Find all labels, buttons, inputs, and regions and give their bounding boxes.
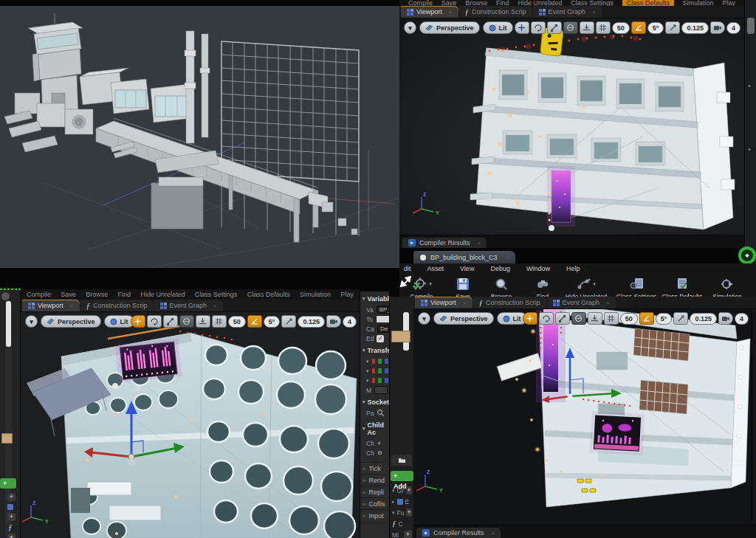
category-collision[interactable]: ▹Collis — [360, 497, 389, 509]
lit-mode-button[interactable]: Lit — [483, 21, 513, 34]
surface-snap-button[interactable] — [580, 21, 594, 34]
tab-event-graph[interactable]: Event Graph × — [154, 300, 223, 311]
viewport-options-button[interactable]: ▾ — [25, 315, 38, 328]
details-section-child-actor[interactable]: ▾Child Ac — [360, 418, 389, 438]
menu-item-help[interactable]: Help — [566, 265, 580, 272]
grid-snap-value[interactable]: 50 — [620, 313, 638, 325]
coordinate-space-button[interactable] — [563, 21, 578, 34]
close-icon[interactable]: × — [478, 240, 481, 246]
asset-document-tab[interactable]: BP_building_block_C3 × — [413, 251, 515, 263]
close-icon[interactable]: × — [213, 303, 217, 309]
scale-snap-value[interactable]: 0.125 — [690, 313, 717, 325]
category-field[interactable]: De — [377, 325, 389, 333]
variable-name-field[interactable]: BP_ — [377, 306, 389, 314]
scale-snap-button[interactable] — [673, 312, 688, 325]
translate-tool-button[interactable] — [523, 312, 537, 325]
class-settings-label[interactable]: Class Settings — [195, 290, 238, 299]
category-input[interactable]: ▹Input — [360, 509, 389, 521]
event-graph-item[interactable]: ▸E — [391, 497, 413, 506]
details-section-variable[interactable]: ▾Variable — [360, 292, 389, 305]
tab-viewport[interactable]: Viewport × — [401, 6, 458, 18]
rotation-snap-value[interactable]: 5° — [647, 22, 664, 34]
hide-unrelated-label[interactable]: Hide Unrelated — [518, 0, 562, 6]
menu-item-asset[interactable]: Asset — [427, 265, 444, 272]
greybox-viewport[interactable] — [0, 6, 399, 268]
search-icon[interactable] — [377, 409, 385, 417]
compiler-results-tab[interactable]: ▸ Compiler Results × — [402, 238, 487, 248]
grid-snap-value[interactable]: 50 — [228, 316, 246, 328]
add-function-button[interactable]: + — [406, 508, 412, 517]
close-icon[interactable]: × — [606, 300, 610, 306]
viewport-3d-bottom-left[interactable]: Z Y ▾ Perspective Lit — [21, 312, 360, 538]
rotate-tool-button[interactable] — [531, 21, 546, 34]
browse-label[interactable]: Browse — [86, 290, 108, 299]
category-rendering[interactable]: ▹Rend — [360, 474, 389, 486]
scrollbar-thumb[interactable] — [747, 18, 755, 34]
category-tick[interactable]: ▹Tick — [360, 462, 389, 474]
perspective-button[interactable]: Perspective — [433, 312, 494, 325]
menu-item-edit[interactable]: dit — [404, 265, 411, 272]
simulation-label[interactable]: Simulation — [300, 290, 331, 299]
rotation-snap-button[interactable] — [631, 21, 646, 34]
minus-circle-icon[interactable]: ⊖ — [377, 449, 382, 456]
scale-snap-button[interactable] — [665, 21, 680, 34]
splitter-arrow-icon[interactable]: ◂ — [748, 146, 750, 151]
rotation-snap-value[interactable]: 5° — [656, 313, 673, 325]
close-icon[interactable]: × — [592, 9, 596, 15]
close-icon[interactable]: × — [506, 254, 509, 261]
plus-icon[interactable]: + — [377, 440, 381, 447]
close-icon[interactable]: × — [70, 303, 74, 309]
transform-location-row[interactable]: ▾ — [360, 356, 389, 366]
add-graph-button[interactable]: + — [406, 486, 412, 494]
scale-tool-button[interactable] — [163, 315, 178, 328]
find-label[interactable]: Find — [118, 290, 131, 299]
rotate-tool-button[interactable] — [539, 312, 554, 325]
lit-mode-button[interactable]: Lit — [104, 315, 134, 328]
transform-scale-row[interactable]: ▾ — [360, 376, 389, 385]
add-section-button[interactable]: + — [7, 534, 16, 538]
class-defaults-label[interactable]: Class Defaults — [247, 290, 290, 299]
macros-section[interactable]: Mi+ — [391, 530, 413, 538]
tab-viewport[interactable]: Viewport × — [22, 300, 80, 311]
grid-snap-button[interactable] — [212, 315, 227, 328]
scale-snap-value[interactable]: 0.125 — [681, 22, 709, 34]
play-label[interactable]: Play — [722, 0, 735, 6]
camera-speed-button[interactable] — [718, 312, 733, 325]
tab-construction-script[interactable]: ƒ Construction Scrip — [473, 297, 546, 308]
find-label[interactable]: Find — [496, 0, 509, 6]
construction-script-item[interactable]: ƒC — [391, 519, 413, 528]
surface-snap-button[interactable] — [196, 315, 210, 328]
compiler-results-tab[interactable]: ▸ Compiler Results × — [416, 528, 501, 538]
tab-construction-script[interactable]: ƒ Construction Scrip — [459, 6, 532, 18]
transform-rotation-row[interactable]: ▾ — [360, 366, 389, 376]
add-section-button[interactable]: + — [7, 513, 16, 521]
details-section-sockets[interactable]: ▾Sockets — [360, 395, 389, 408]
tab-viewport[interactable]: Viewport × — [415, 297, 472, 308]
add-button[interactable]: + Add — [391, 471, 413, 481]
grid-snap-button[interactable] — [596, 21, 611, 34]
scrollbar-thumb[interactable] — [6, 301, 11, 347]
add-macro-button[interactable]: + — [404, 531, 412, 538]
tab-event-graph[interactable]: Event Graph × — [547, 297, 616, 308]
browse-label[interactable]: Browse — [465, 0, 487, 6]
grid-snap-button[interactable] — [604, 312, 619, 325]
camera-speed-value[interactable]: 4 — [735, 313, 749, 325]
camera-speed-button[interactable] — [710, 21, 725, 34]
menu-item-debug[interactable]: Debug — [490, 265, 510, 272]
tab-event-graph[interactable]: Event Graph × — [533, 6, 602, 18]
camera-speed-value[interactable]: 4 — [343, 316, 357, 328]
graphs-section[interactable]: ▾Gr+ — [391, 486, 413, 495]
surface-snap-button[interactable] — [588, 312, 602, 325]
scale-tool-button[interactable] — [547, 21, 562, 34]
compile-label[interactable]: Compile — [408, 0, 433, 6]
mobility-row[interactable]: M — [360, 385, 389, 395]
coordinate-space-button[interactable] — [179, 315, 194, 328]
functions-section[interactable]: ▾Fu+ — [391, 508, 413, 517]
add-button[interactable]: + Add — [0, 478, 16, 489]
perspective-button[interactable]: Perspective — [419, 21, 480, 34]
camera-speed-button[interactable] — [326, 315, 341, 328]
hide-unrelated-label[interactable]: Hide Unrelated — [140, 290, 185, 299]
coordinate-space-button[interactable] — [571, 312, 586, 325]
close-icon[interactable]: × — [449, 9, 453, 15]
perspective-button[interactable]: Perspective — [41, 315, 101, 328]
